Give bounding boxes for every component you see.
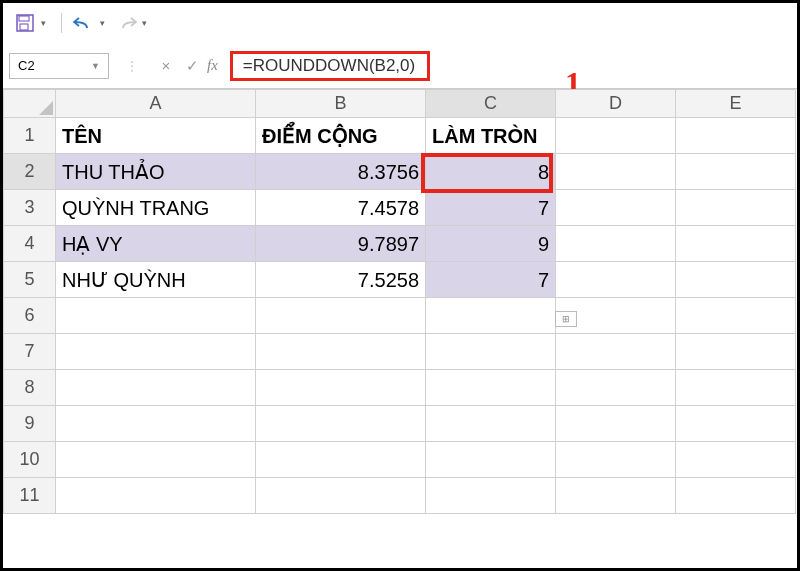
- cell-A10[interactable]: [56, 442, 256, 478]
- cell-C4[interactable]: 9: [426, 226, 556, 262]
- cell-D9[interactable]: [556, 406, 676, 442]
- cell-B3[interactable]: 7.4578: [256, 190, 426, 226]
- cell-D1[interactable]: [556, 118, 676, 154]
- svg-rect-2: [20, 24, 28, 30]
- cell-B7[interactable]: [256, 334, 426, 370]
- cell-C11[interactable]: [426, 478, 556, 514]
- cell-A11[interactable]: [56, 478, 256, 514]
- select-all-corner[interactable]: [4, 90, 56, 118]
- formula-bar: C2 ▼ ⋮ × ✓ fx =ROUNDDOWN(B2,0): [3, 43, 797, 89]
- cancel-icon[interactable]: ×: [155, 57, 177, 74]
- row-header-7[interactable]: 7: [4, 334, 56, 370]
- undo-icon[interactable]: [72, 11, 96, 35]
- cell-D7[interactable]: [556, 334, 676, 370]
- cell-A6[interactable]: [56, 298, 256, 334]
- row-header-5[interactable]: 5: [4, 262, 56, 298]
- cell-C6[interactable]: [426, 298, 556, 334]
- cell-A4[interactable]: HẠ VY: [56, 226, 256, 262]
- row-header-9[interactable]: 9: [4, 406, 56, 442]
- chevron-down-icon[interactable]: ▾: [41, 18, 51, 28]
- cell-D3[interactable]: [556, 190, 676, 226]
- cell-B9[interactable]: [256, 406, 426, 442]
- grid-table: A B C D E 1 TÊN ĐIỂM CỘNG LÀM TRÒN 2 THU…: [3, 89, 796, 514]
- cell-D11[interactable]: [556, 478, 676, 514]
- cell-E10[interactable]: [676, 442, 796, 478]
- separator: [61, 13, 62, 33]
- cell-B2[interactable]: 8.3756: [256, 154, 426, 190]
- cell-C7[interactable]: [426, 334, 556, 370]
- separator: ⋮: [125, 58, 139, 74]
- col-header-C[interactable]: C: [426, 90, 556, 118]
- row-header-2[interactable]: 2: [4, 154, 56, 190]
- cell-C2[interactable]: 8: [426, 154, 556, 190]
- chevron-down-icon[interactable]: ▾: [100, 18, 110, 28]
- name-box[interactable]: C2 ▼: [9, 53, 109, 79]
- quick-access-toolbar: ▾ ▾ ▾: [3, 3, 797, 43]
- row-header-6[interactable]: 6: [4, 298, 56, 334]
- cell-E11[interactable]: [676, 478, 796, 514]
- cell-E3[interactable]: [676, 190, 796, 226]
- cell-B4[interactable]: 9.7897: [256, 226, 426, 262]
- formula-input[interactable]: =ROUNDDOWN(B2,0): [230, 51, 430, 81]
- name-box-value: C2: [18, 58, 35, 73]
- row-header-10[interactable]: 10: [4, 442, 56, 478]
- cell-A5[interactable]: NHƯ QUỲNH: [56, 262, 256, 298]
- row-header-3[interactable]: 3: [4, 190, 56, 226]
- cell-C5[interactable]: 7: [426, 262, 556, 298]
- cell-B11[interactable]: [256, 478, 426, 514]
- cell-E9[interactable]: [676, 406, 796, 442]
- chevron-down-icon[interactable]: ▼: [91, 61, 100, 71]
- cell-C10[interactable]: [426, 442, 556, 478]
- cell-D4[interactable]: [556, 226, 676, 262]
- cell-E5[interactable]: [676, 262, 796, 298]
- cell-A7[interactable]: [56, 334, 256, 370]
- cell-E4[interactable]: [676, 226, 796, 262]
- cell-D5[interactable]: [556, 262, 676, 298]
- autofill-options-icon[interactable]: ⊞: [555, 311, 577, 327]
- cell-B10[interactable]: [256, 442, 426, 478]
- cell-E6[interactable]: [676, 298, 796, 334]
- col-header-D[interactable]: D: [556, 90, 676, 118]
- cell-C3[interactable]: 7: [426, 190, 556, 226]
- spreadsheet-grid[interactable]: A B C D E 1 TÊN ĐIỂM CỘNG LÀM TRÒN 2 THU…: [3, 89, 797, 514]
- cell-C1[interactable]: LÀM TRÒN: [426, 118, 556, 154]
- cell-B6[interactable]: [256, 298, 426, 334]
- cell-E1[interactable]: [676, 118, 796, 154]
- row-header-8[interactable]: 8: [4, 370, 56, 406]
- cell-A3[interactable]: QUỲNH TRANG: [56, 190, 256, 226]
- cell-D10[interactable]: [556, 442, 676, 478]
- cell-B5[interactable]: 7.5258: [256, 262, 426, 298]
- chevron-down-icon[interactable]: ▾: [142, 18, 152, 28]
- cell-C9[interactable]: [426, 406, 556, 442]
- cell-B8[interactable]: [256, 370, 426, 406]
- col-header-E[interactable]: E: [676, 90, 796, 118]
- row-header-1[interactable]: 1: [4, 118, 56, 154]
- cell-A9[interactable]: [56, 406, 256, 442]
- cell-B1[interactable]: ĐIỂM CỘNG: [256, 118, 426, 154]
- cell-A2[interactable]: THU THẢO: [56, 154, 256, 190]
- cell-E2[interactable]: [676, 154, 796, 190]
- cell-A1[interactable]: TÊN: [56, 118, 256, 154]
- redo-icon[interactable]: [114, 11, 138, 35]
- fx-label[interactable]: fx: [207, 57, 218, 74]
- cell-C8[interactable]: [426, 370, 556, 406]
- cell-D8[interactable]: [556, 370, 676, 406]
- cell-D2[interactable]: [556, 154, 676, 190]
- confirm-icon[interactable]: ✓: [181, 57, 203, 75]
- cell-E8[interactable]: [676, 370, 796, 406]
- cell-A8[interactable]: [56, 370, 256, 406]
- cell-E7[interactable]: [676, 334, 796, 370]
- col-header-B[interactable]: B: [256, 90, 426, 118]
- svg-rect-1: [19, 16, 29, 21]
- row-header-4[interactable]: 4: [4, 226, 56, 262]
- save-icon[interactable]: [13, 11, 37, 35]
- col-header-A[interactable]: A: [56, 90, 256, 118]
- row-header-11[interactable]: 11: [4, 478, 56, 514]
